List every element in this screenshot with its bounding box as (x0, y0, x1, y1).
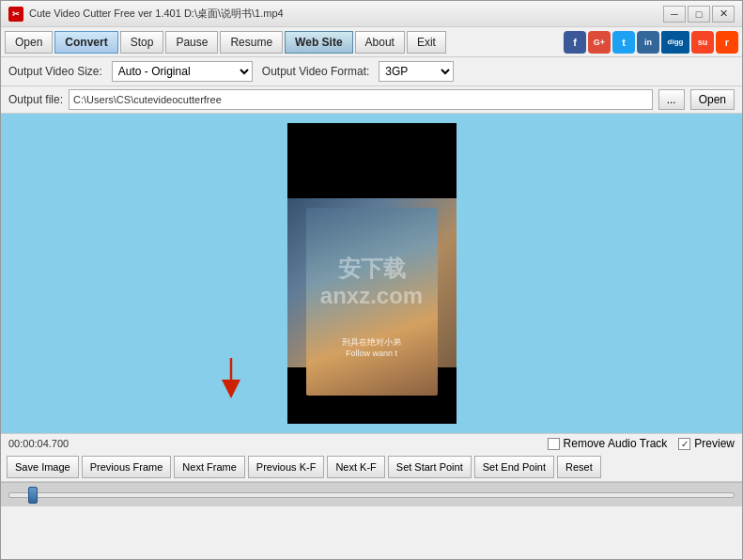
reset-button[interactable]: Reset (557, 456, 601, 478)
set-start-point-button[interactable]: Set Start Point (388, 456, 472, 478)
previous-frame-button[interactable]: Previous Frame (82, 456, 172, 478)
stumble-icon[interactable]: su (691, 31, 714, 54)
status-checks: Remove Audio Track Preview (548, 437, 735, 450)
convert-button[interactable]: Convert (54, 31, 117, 54)
timeline-track[interactable] (8, 492, 735, 498)
video-top-black (287, 123, 457, 198)
video-format-select[interactable]: 3GP (379, 61, 454, 82)
toolbar: Open Convert Stop Pause Resume Web Site … (1, 27, 742, 57)
previous-kf-button[interactable]: Previous K-F (248, 456, 325, 478)
about-button[interactable]: About (355, 31, 405, 54)
preview-check-item: Preview (678, 437, 735, 450)
twitter-icon[interactable]: t (612, 31, 635, 54)
video-area: 安下载 anxz.com 刑具在绝对小弟 Follow wann t (1, 114, 742, 433)
maximize-button[interactable]: □ (688, 6, 710, 23)
video-watermark: 安下载 anxz.com (320, 256, 423, 310)
file-bar: Output file: ... Open (1, 86, 742, 114)
open-file-button[interactable]: Open (690, 89, 735, 110)
watermark-line1: 安下载 (320, 256, 423, 283)
video-subtitle: 刑具在绝对小弟 Follow wann t (342, 336, 401, 358)
stop-button[interactable]: Stop (120, 31, 164, 54)
set-end-point-button[interactable]: Set End Point (474, 456, 554, 478)
timeline-thumb[interactable] (28, 487, 38, 504)
delicious-icon[interactable]: in (637, 31, 659, 54)
output-file-input[interactable] (69, 89, 653, 110)
status-bar: 00:00:04.700 Remove Audio Track Preview (1, 433, 742, 453)
output-file-label: Output file: (8, 93, 63, 106)
browse-button[interactable]: ... (658, 89, 685, 110)
close-button[interactable]: ✕ (712, 6, 735, 23)
exit-button[interactable]: Exit (407, 31, 446, 54)
video-content: 安下载 anxz.com 刑具在绝对小弟 Follow wann t (287, 198, 457, 367)
title-bar-text: Cute Video Cutter Free ver 1.401 D:\桌面\说… (29, 7, 663, 21)
title-bar: ✂ Cute Video Cutter Free ver 1.401 D:\桌面… (1, 1, 742, 27)
save-image-button[interactable]: Save Image (7, 456, 79, 478)
social-icons-bar: f G+ t in digg su r (564, 31, 738, 54)
preview-label: Preview (694, 437, 735, 450)
reddit-icon[interactable]: r (716, 31, 738, 54)
window-controls: ─ □ ✕ (663, 6, 735, 23)
remove-audio-checkbox[interactable] (548, 438, 560, 450)
open-button[interactable]: Open (5, 31, 53, 54)
app-icon: ✂ (8, 7, 23, 22)
next-kf-button[interactable]: Next K-F (327, 456, 384, 478)
google-icon[interactable]: G+ (588, 31, 611, 54)
video-size-select[interactable]: Auto - Original (112, 61, 253, 82)
preview-checkbox[interactable] (678, 438, 690, 450)
facebook-icon[interactable]: f (564, 31, 586, 54)
options-bar: Output Video Size: Auto - Original Outpu… (1, 57, 742, 86)
website-button[interactable]: Web Site (285, 31, 352, 54)
timeline-bar (1, 482, 742, 506)
video-format-label: Output Video Format: (262, 65, 370, 78)
remove-audio-check-item: Remove Audio Track (548, 437, 668, 450)
controls-bar: Save Image Previous Frame Next Frame Pre… (1, 453, 742, 482)
digg-icon[interactable]: digg (661, 31, 689, 54)
time-display: 00:00:04.700 (8, 438, 69, 449)
subtitle-line1: 刑具在绝对小弟 (342, 336, 401, 349)
minimize-button[interactable]: ─ (663, 6, 686, 23)
remove-audio-label: Remove Audio Track (564, 437, 668, 450)
next-frame-button[interactable]: Next Frame (174, 456, 244, 478)
watermark-line2: anxz.com (320, 283, 423, 310)
resume-button[interactable]: Resume (220, 31, 283, 54)
subtitle-line2: Follow wann t (342, 349, 401, 358)
pause-button[interactable]: Pause (165, 31, 218, 54)
video-size-label: Output Video Size: (8, 65, 102, 78)
video-frame: 安下载 anxz.com 刑具在绝对小弟 Follow wann t (287, 123, 457, 424)
arrow-indicator (217, 353, 255, 405)
